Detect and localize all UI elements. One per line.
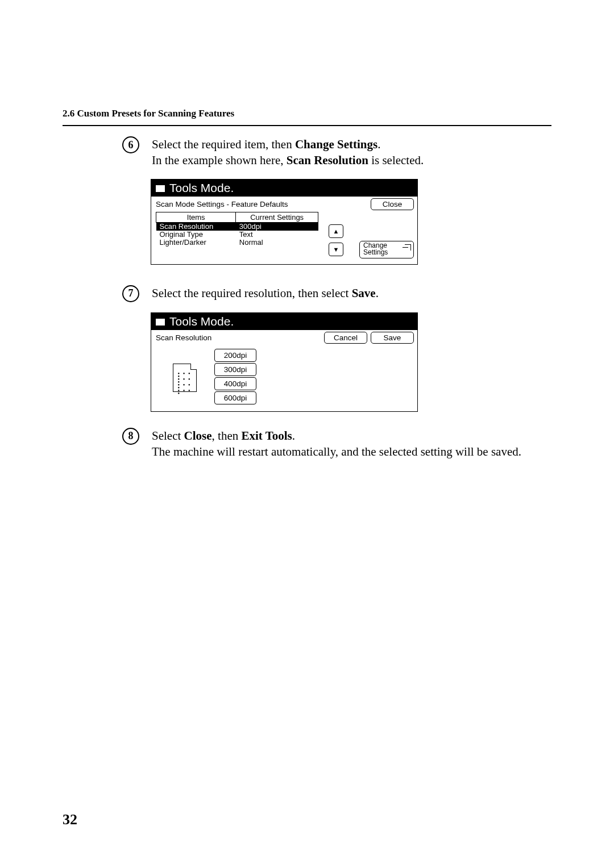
step7-text-part1: Select the required resolution, then sel… [152, 286, 352, 300]
resolution-option-400dpi[interactable]: 400dpi [214, 377, 256, 390]
step-number-8: 8 [122, 428, 139, 445]
step6-text2-part2: is selected. [368, 153, 424, 167]
section-header: 2.6 Custom Presets for Scanning Features [63, 108, 551, 126]
value-cell: 300dpi [236, 222, 318, 231]
panel2-title-bar: Tools Mode. [151, 313, 417, 330]
close-button[interactable]: Close [371, 198, 414, 210]
step8-bold2: Exit Tools [241, 429, 292, 443]
tools-icon [156, 318, 166, 326]
table-row[interactable]: Lighter/Darker Normal [156, 239, 318, 247]
step7-text-part2: . [376, 286, 379, 300]
step6-bold1: Change Settings [295, 137, 377, 151]
step8-bold1: Close [184, 429, 212, 443]
item-cell: Scan Resolution [156, 222, 236, 231]
step8-line2: The machine will restart automatically, … [152, 445, 521, 458]
tools-mode-panel-1: Tools Mode. Scan Mode Settings - Feature… [151, 179, 418, 265]
panel1-title-text: Tools Mode. [169, 181, 234, 195]
panel1-subhead: Scan Mode Settings - Feature Defaults [156, 200, 367, 208]
settings-table: Items Current Settings Scan Resolution 3… [156, 212, 318, 247]
save-button[interactable]: Save [371, 332, 414, 344]
step6-text-part1: Select the required item, then [152, 137, 295, 151]
item-cell: Lighter/Darker [156, 239, 236, 247]
change-line2: Settings [363, 248, 388, 256]
step6-text-part2: . [377, 137, 380, 151]
resolution-option-300dpi[interactable]: 300dpi [214, 363, 256, 376]
step8-text: Select Close, then Exit Tools. The machi… [152, 428, 521, 460]
panel2-title-text: Tools Mode. [169, 315, 234, 328]
document-icon: ● ● ● ●● ● ● ●● ● ● ●● ● ● ● [173, 364, 197, 392]
step7-bold: Save [352, 286, 376, 300]
col-header-items: Items [156, 212, 236, 222]
step-number-7: 7 [122, 285, 139, 302]
resolution-option-200dpi[interactable]: 200dpi [214, 349, 256, 362]
step6-bold2: Scan Resolution [287, 153, 368, 167]
step6-text2-part1: In the example shown here, [152, 153, 287, 167]
value-cell: Normal [236, 239, 318, 247]
resolution-option-600dpi[interactable]: 600dpi [214, 391, 256, 404]
step8-part3: . [292, 429, 295, 443]
arrow-right-icon [405, 244, 411, 251]
page-number: 32 [63, 811, 77, 828]
cancel-button[interactable]: Cancel [324, 332, 367, 344]
step8-part2: , then [212, 429, 242, 443]
scroll-down-button[interactable]: ▼ [329, 243, 343, 256]
step-number-6: 6 [122, 136, 139, 153]
panel1-title-bar: Tools Mode. [151, 180, 417, 197]
table-row[interactable]: Original Type Text [156, 231, 318, 239]
step8-part1: Select [152, 429, 184, 443]
scroll-up-button[interactable]: ▲ [329, 224, 343, 238]
panel2-subhead: Scan Resolution [156, 333, 321, 342]
tools-icon [156, 184, 166, 192]
step6-text: Select the required item, then Change Se… [152, 136, 424, 169]
tools-mode-panel-2: Tools Mode. Scan Resolution Cancel Save … [151, 312, 418, 412]
step7-text: Select the required resolution, then sel… [152, 285, 379, 301]
table-row[interactable]: Scan Resolution 300dpi [156, 222, 318, 231]
value-cell: Text [236, 231, 318, 239]
change-settings-button[interactable]: Change Settings [359, 241, 414, 258]
item-cell: Original Type [156, 231, 236, 239]
col-header-current: Current Settings [236, 212, 318, 222]
